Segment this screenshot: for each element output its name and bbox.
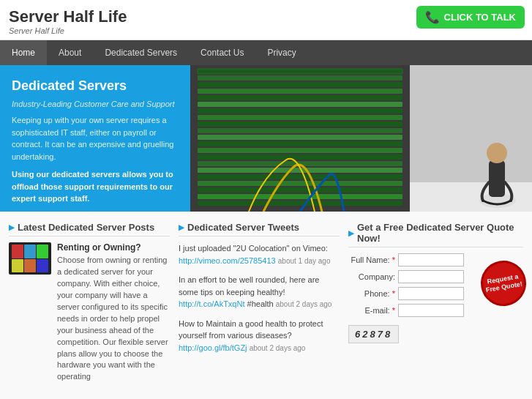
tweets-column: Dedicated Server Tweets I just uploaded … [179, 222, 340, 389]
post-thumbnail [9, 242, 51, 275]
post-body: Choose from owning or renting a dedicate… [57, 255, 170, 383]
svg-rect-20 [198, 181, 402, 186]
company-label: Company: [348, 272, 398, 281]
svg-rect-5 [198, 82, 402, 87]
tweet-meta-2: about 2 days ago [276, 300, 332, 308]
form-row-email: E-mail: * [348, 304, 523, 317]
main-nav: Home About Dedicated Servers Contact Us … [0, 40, 532, 65]
posts-title: Latest Dedicated Server Posts [9, 222, 170, 236]
cta-label: CLICK TO TALK [444, 12, 516, 23]
email-input[interactable] [398, 304, 464, 317]
svg-rect-21 [198, 187, 402, 193]
nav-item-about[interactable]: About [47, 40, 93, 65]
required-star: * [392, 256, 395, 264]
svg-rect-4 [198, 75, 402, 81]
tweet-text-3: How to Maintain a good health to protect… [179, 319, 323, 340]
company-input[interactable] [398, 270, 464, 283]
hero-highlight: Using our dedicated servers allows you t… [12, 168, 179, 205]
phone-input[interactable] [398, 287, 464, 300]
captcha-display: 62878 [348, 325, 399, 343]
tweet-link-3[interactable]: http://goo.gl/fb/tGZj [179, 343, 247, 352]
tweet-text-2: In an effort to be well rounded, here ar… [179, 275, 319, 297]
hero-section: Dedicated Servers Industry-Leading Custo… [0, 65, 532, 212]
hero-para1: Keeping up with your own server requires… [12, 114, 179, 163]
quote-column: Get a Free Dedicated Server Quote Now! F… [348, 222, 523, 389]
posts-column: Latest Dedicated Server Posts Renting or… [9, 222, 170, 389]
post-title: Renting or Owning? [57, 242, 170, 253]
svg-rect-13 [198, 135, 402, 140]
tweet-item-1: I just uploaded "2U Colocation" on Vimeo… [179, 242, 340, 266]
fullname-label: Full Name: * [348, 256, 398, 264]
nav-item-privacy[interactable]: Privacy [255, 40, 307, 65]
click-to-talk-button[interactable]: 📞 CLICK TO TALK [416, 6, 525, 29]
svg-rect-10 [198, 115, 402, 120]
hero-title: Dedicated Servers [12, 78, 179, 94]
svg-rect-15 [198, 148, 402, 153]
page-header: Server Half Life Server Half Life 📞 CLIC… [0, 0, 532, 40]
svg-rect-7 [198, 95, 402, 100]
tweet-text-1: I just uploaded "2U Colocation" on Vimeo… [179, 244, 328, 253]
hero-subtitle: Industry-Leading Customer Care and Suppo… [12, 100, 179, 108]
svg-rect-24 [410, 65, 532, 182]
nav-item-home[interactable]: Home [0, 40, 47, 65]
tweet-link-2[interactable]: http://t.co/AkTxqNt [179, 299, 244, 308]
required-star-2: * [392, 289, 395, 298]
tweet-meta-1: about 1 day ago [278, 257, 331, 265]
server-image [190, 65, 532, 212]
nav-item-dedicated-servers[interactable]: Dedicated Servers [93, 40, 189, 65]
quote-form: Full Name: * Company: Phone: * E-mail: *… [348, 253, 523, 343]
svg-rect-23 [198, 201, 402, 206]
hero-image [190, 65, 532, 212]
svg-rect-11 [198, 122, 402, 127]
post-item: Renting or Owning? Choose from owning or… [9, 242, 170, 383]
svg-rect-16 [198, 154, 402, 160]
svg-point-28 [487, 143, 507, 163]
tweets-title: Dedicated Server Tweets [179, 222, 340, 236]
required-star-3: * [392, 306, 395, 315]
tweet-meta-3: about 2 days ago [250, 344, 306, 352]
svg-rect-12 [198, 128, 402, 133]
svg-rect-2 [198, 69, 402, 74]
svg-rect-22 [198, 194, 402, 199]
svg-rect-6 [198, 89, 402, 94]
fullname-input[interactable] [398, 253, 464, 266]
phone-icon: 📞 [425, 10, 440, 24]
nav-item-contact[interactable]: Contact Us [189, 40, 255, 65]
svg-rect-19 [198, 174, 402, 179]
tweet-item-3: How to Maintain a good health to protect… [179, 318, 340, 354]
svg-rect-25 [410, 182, 532, 212]
svg-rect-27 [489, 160, 505, 197]
svg-rect-14 [198, 141, 402, 146]
svg-rect-8 [198, 102, 402, 107]
hero-content: Dedicated Servers Industry-Leading Custo… [0, 65, 190, 212]
tweet-item-2: In an effort to be well rounded, here ar… [179, 274, 340, 310]
phone-label: Phone: * [348, 289, 398, 298]
tweet-hashtag: #health [247, 299, 276, 308]
email-label: E-mail: * [348, 306, 398, 315]
post-content: Renting or Owning? Choose from owning or… [57, 242, 170, 383]
main-content: Latest Dedicated Server Posts Renting or… [0, 212, 532, 399]
tweet-link-1[interactable]: http://vimeo.com/25785413 [179, 256, 276, 265]
svg-rect-9 [198, 108, 402, 113]
quote-title: Get a Free Dedicated Server Quote Now! [348, 222, 523, 247]
